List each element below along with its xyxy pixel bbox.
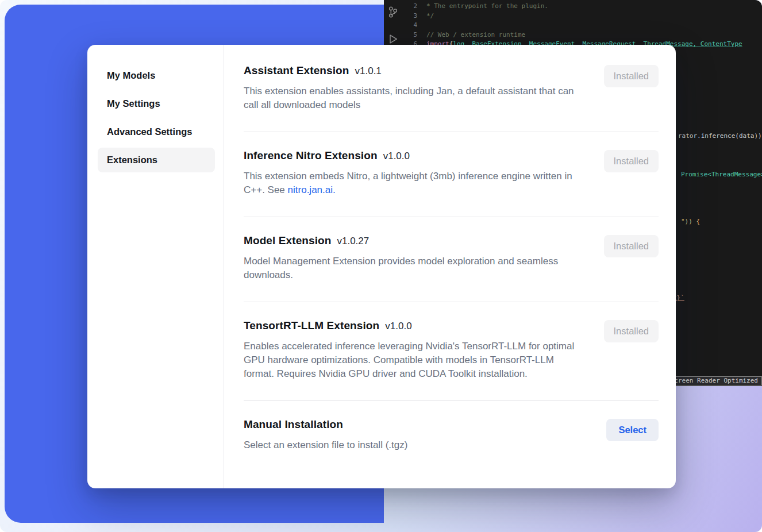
sidebar-item-my-models[interactable]: My Models bbox=[98, 63, 215, 88]
extension-row-tensorrt-llm: TensortRT-LLM Extensionv1.0.0 Enables ac… bbox=[244, 302, 659, 401]
extension-version: v1.0.27 bbox=[337, 236, 369, 246]
code-fragment: ")) { bbox=[681, 217, 700, 226]
git-branch-icon bbox=[387, 6, 399, 18]
editor-activity-bar bbox=[387, 6, 399, 45]
extension-description: This extension enables assistants, inclu… bbox=[244, 84, 584, 112]
sidebar-item-extensions[interactable]: Extensions bbox=[98, 148, 215, 172]
extension-row-inference-nitro: Inference Nitro Extensionv1.0.0 This ext… bbox=[244, 132, 659, 217]
installed-button[interactable]: Installed bbox=[604, 235, 659, 257]
installed-button[interactable]: Installed bbox=[604, 65, 659, 87]
installed-button[interactable]: Installed bbox=[604, 320, 659, 342]
line-number: 5 bbox=[411, 30, 426, 40]
code-fragment: Promise<ThreadMessage> bbox=[681, 170, 762, 179]
page-background: 2 * The entrypoint for the plugin. 3 */ … bbox=[0, 0, 762, 532]
code-text: * The entrypoint for the plugin. bbox=[426, 2, 548, 11]
extension-title: Model Extension bbox=[244, 234, 331, 246]
extension-description: Enables accelerated inference leveraging… bbox=[244, 340, 584, 381]
line-number: 3 bbox=[411, 11, 426, 21]
screen-reader-badge: Screen Reader Optimized bbox=[667, 376, 762, 385]
code-lines: 2 * The entrypoint for the plugin. 3 */ … bbox=[411, 2, 742, 49]
extension-version: v1.0.0 bbox=[383, 151, 410, 161]
extension-row-model: Model Extensionv1.0.27 Model Management … bbox=[244, 217, 659, 302]
line-number: 2 bbox=[411, 2, 426, 11]
sidebar-item-my-settings[interactable]: My Settings bbox=[98, 91, 215, 116]
code-fragment: rator.inference(data)); bbox=[678, 132, 762, 141]
run-debug-icon bbox=[387, 33, 399, 45]
extension-description: Model Management Extension provides mode… bbox=[244, 255, 584, 282]
line-number: 4 bbox=[411, 21, 426, 30]
code-text: */ bbox=[426, 11, 434, 21]
manual-installation-description: Select an extension file to install (.tg… bbox=[244, 438, 584, 452]
select-file-button[interactable]: Select bbox=[606, 419, 659, 441]
extension-title: TensortRT-LLM Extension bbox=[244, 319, 379, 331]
extension-title: Assistant Extension bbox=[244, 64, 349, 76]
extension-row-assistant: Assistant Extensionv1.0.1 This extension… bbox=[244, 45, 659, 132]
code-text: // Web / extension runtime bbox=[426, 30, 525, 40]
settings-sidebar: My Models My Settings Advanced Settings … bbox=[87, 45, 224, 488]
manual-installation-row: Manual Installation Select an extension … bbox=[244, 401, 659, 467]
manual-installation-title: Manual Installation bbox=[244, 418, 343, 430]
extension-title: Inference Nitro Extension bbox=[244, 149, 378, 161]
extension-version: v1.0.0 bbox=[385, 321, 411, 331]
extensions-panel: Assistant Extensionv1.0.1 This extension… bbox=[224, 45, 676, 488]
sidebar-item-advanced-settings[interactable]: Advanced Settings bbox=[98, 119, 215, 144]
extension-description: This extension embeds Nitro, a lightweig… bbox=[244, 169, 584, 197]
extension-version: v1.0.1 bbox=[355, 65, 382, 76]
settings-modal: My Models My Settings Advanced Settings … bbox=[87, 45, 676, 488]
installed-button[interactable]: Installed bbox=[604, 150, 659, 172]
nitro-jan-ai-link[interactable]: nitro.jan.ai. bbox=[288, 184, 336, 195]
